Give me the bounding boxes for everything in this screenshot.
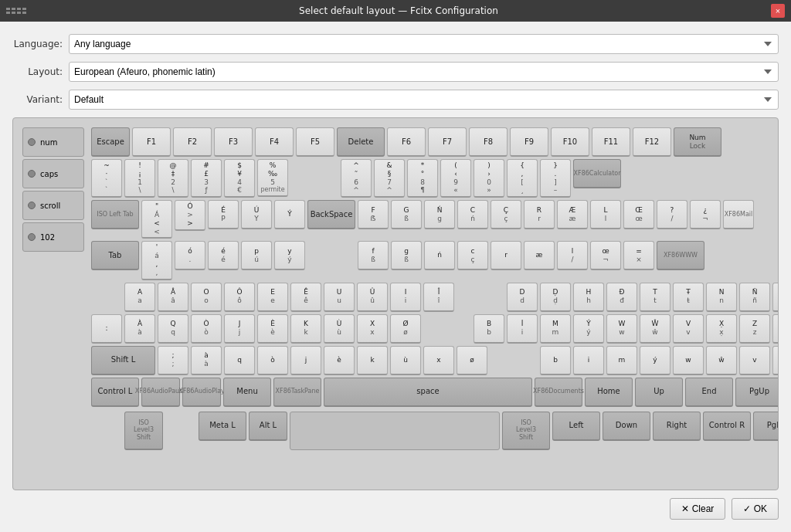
key-alt-l[interactable]: Alt L: [249, 412, 287, 441]
key-ograve[interactable]: Òò: [191, 314, 222, 344]
key-w-key[interactable]: Ww: [606, 314, 637, 344]
key-vbar[interactable]: x̣: [772, 346, 779, 375]
key-hash[interactable]: l/: [557, 241, 588, 270]
key-c[interactable]: Oo: [191, 283, 222, 312]
key-z[interactable]: Aa: [124, 283, 155, 312]
key-home[interactable]: Home: [585, 378, 633, 407]
key-f3[interactable]: F3: [214, 127, 253, 157]
key-xf86calc[interactable]: XF86Calculator: [573, 159, 621, 188]
key-ograve2[interactable]: ò: [257, 346, 288, 375]
key-bracketr[interactable]: Ææ: [557, 200, 588, 229]
key-f11[interactable]: F11: [592, 127, 630, 157]
clear-button[interactable]: ✕ Clear: [670, 498, 725, 520]
key-r[interactable]: ÚY: [241, 200, 272, 229]
key-space[interactable]: space: [324, 378, 532, 407]
key-comma[interactable]: Ûû: [357, 283, 388, 312]
key-ugrave2[interactable]: ù: [390, 346, 421, 375]
key-wtilde2[interactable]: ŵ: [706, 346, 737, 375]
key-k-key[interactable]: Kk: [290, 314, 321, 344]
key-0[interactable]: )›0»: [474, 159, 504, 198]
key-acap-a[interactable]: Àà: [124, 314, 155, 344]
key-v2[interactable]: v: [739, 346, 770, 375]
key-j2[interactable]: j: [290, 346, 321, 375]
key-k2[interactable]: k: [357, 346, 388, 375]
variant-select[interactable]: Default: [69, 90, 779, 110]
key-right[interactable]: Right: [653, 412, 701, 441]
key-y[interactable]: Fẞ: [358, 200, 389, 229]
key-ugrave[interactable]: Ùù: [324, 314, 355, 344]
key-t-key[interactable]: Tt: [640, 283, 670, 312]
key-tab[interactable]: Tab: [91, 241, 139, 270]
key-zdot[interactable]: Ẓẓ: [772, 314, 779, 344]
close-button[interactable]: ×: [771, 4, 785, 18]
key-p[interactable]: Çç: [491, 200, 521, 229]
key-slash[interactable]: Îî: [423, 283, 454, 312]
key-v[interactable]: Ôô: [224, 283, 255, 312]
key-tilde-key[interactable]: ¿¬: [690, 200, 721, 229]
key-w2[interactable]: w: [673, 346, 704, 375]
key-end[interactable]: End: [685, 378, 733, 407]
key-x-key[interactable]: Xx: [357, 314, 388, 344]
key-up[interactable]: Up: [635, 378, 683, 407]
key-i[interactable]: Ńg: [424, 200, 455, 229]
key-1[interactable]: !¡1\: [124, 159, 155, 198]
key-d[interactable]: éé: [208, 241, 239, 270]
key-isotabtab[interactable]: ISO Left Tab: [91, 200, 139, 229]
key-f1[interactable]: F1: [132, 127, 171, 157]
key-b[interactable]: Ee: [257, 283, 288, 312]
key-iso-level3-shift-l[interactable]: ISOLevel3Shift: [124, 412, 163, 450]
key-vdot[interactable]: X̣x̣: [706, 314, 737, 344]
key-x2[interactable]: x: [423, 346, 454, 375]
key-ntilde[interactable]: Ññ: [739, 283, 770, 312]
key-ddot[interactable]: Ḍḍ: [540, 283, 571, 312]
key-y2[interactable]: ý: [640, 346, 670, 375]
ok-button[interactable]: ✓ OK: [732, 498, 779, 520]
key-l[interactable]: cç: [457, 241, 488, 270]
key-n[interactable]: Êê: [290, 283, 321, 312]
key-ydot[interactable]: Ýý: [573, 314, 604, 344]
key-shift-left[interactable]: Shift L: [91, 346, 155, 375]
key-m-key[interactable]: Mm: [540, 314, 571, 344]
key-minus[interactable]: {,[¸: [507, 159, 538, 198]
key-backslash[interactable]: Ll: [590, 200, 621, 229]
key-s[interactable]: ó.: [175, 241, 205, 270]
key-f12[interactable]: F12: [633, 127, 671, 157]
key-f2[interactable]: F2: [173, 127, 212, 157]
key-xf86docs[interactable]: XF86Documents: [535, 378, 582, 407]
key-f4[interactable]: F4: [255, 127, 294, 157]
key-ddash[interactable]: Đđ: [606, 283, 637, 312]
key-e[interactable]: ÉP: [208, 200, 239, 229]
key-egrave[interactable]: Èè: [257, 314, 288, 344]
key-f[interactable]: pú: [241, 241, 272, 270]
key-z-key[interactable]: Zz: [739, 314, 770, 344]
key-g[interactable]: yý: [274, 241, 305, 270]
key-oslash2[interactable]: ø: [457, 346, 487, 375]
key-m2[interactable]: m: [606, 346, 637, 375]
key-oslash[interactable]: Øø: [390, 314, 421, 344]
key-period[interactable]: Ii: [390, 283, 421, 312]
key-xf86taskpane[interactable]: XF86TaskPane: [273, 378, 321, 407]
key-q2[interactable]: q: [224, 346, 255, 375]
key-equals-r[interactable]: =×: [623, 241, 654, 270]
key-bracketl[interactable]: Rr: [524, 200, 555, 229]
key-intl[interactable]: Œœ: [623, 200, 654, 229]
key-egrave2[interactable]: è: [324, 346, 355, 375]
key-pipe[interactable]: ?/: [657, 200, 687, 229]
key-left[interactable]: Left: [552, 412, 600, 441]
key-i2[interactable]: i: [573, 346, 604, 375]
key-f7[interactable]: F7: [428, 127, 467, 157]
key-s-key[interactable]: Ss: [772, 283, 779, 312]
key-f9[interactable]: F9: [510, 127, 548, 157]
key-a[interactable]: 'á,,: [141, 241, 172, 280]
key-u[interactable]: Gß: [391, 200, 422, 229]
key-pgdn[interactable]: PgDn: [753, 412, 779, 441]
key-meta-l[interactable]: Meta L: [199, 412, 246, 441]
key-f5[interactable]: F5: [296, 127, 334, 157]
key-3[interactable]: #£3ƒ: [191, 159, 222, 198]
key-h-key[interactable]: Hh: [573, 283, 604, 312]
key-o[interactable]: Cń: [457, 200, 488, 229]
key-agrave-lower[interactable]: àà: [191, 346, 222, 375]
key-colon[interactable]: :: [91, 314, 122, 344]
key-grave[interactable]: ~·``: [91, 159, 122, 198]
key-numlock[interactable]: NumLock: [674, 127, 721, 157]
